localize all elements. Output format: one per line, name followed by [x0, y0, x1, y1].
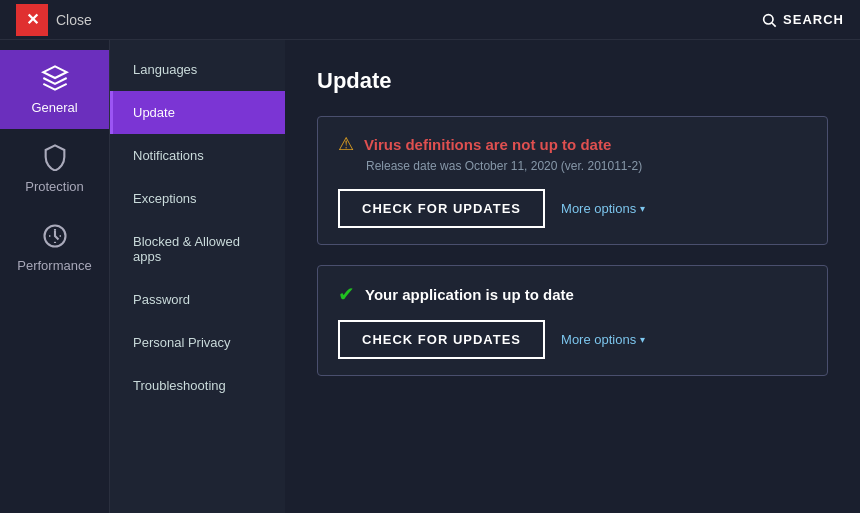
sidebar-item-performance[interactable]: Performance [0, 208, 109, 287]
menu-item-personal-privacy[interactable]: Personal Privacy [110, 321, 285, 364]
menu-item-notifications[interactable]: Notifications [110, 134, 285, 177]
content-area: Update ⚠ Virus definitions are not up to… [285, 40, 860, 513]
protection-icon [41, 143, 69, 171]
svg-line-1 [772, 23, 776, 27]
sidebar-item-protection-label: Protection [25, 179, 84, 194]
svg-point-0 [764, 14, 773, 23]
search-button[interactable]: SEARCH [761, 12, 844, 28]
success-action-row: CHECK FOR UPDATES More options ▾ [338, 320, 807, 359]
menu-item-blocked-allowed[interactable]: Blocked & Allowed apps [110, 220, 285, 278]
topbar: ✕ Close SEARCH [0, 0, 860, 40]
more-options-button-success[interactable]: More options ▾ [561, 332, 645, 347]
close-label: Close [56, 12, 92, 28]
check-updates-button-warning[interactable]: CHECK FOR UPDATES [338, 189, 545, 228]
menu-sidebar: Languages Update Notifications Exception… [110, 40, 285, 513]
success-check-icon: ✔ [338, 282, 355, 306]
warning-triangle-icon: ⚠ [338, 133, 354, 155]
menu-item-update[interactable]: Update [110, 91, 285, 134]
icon-sidebar: General Protection Performance [0, 40, 110, 513]
warning-update-card: ⚠ Virus definitions are not up to date R… [317, 116, 828, 245]
menu-item-troubleshooting[interactable]: Troubleshooting [110, 364, 285, 407]
menu-item-languages[interactable]: Languages [110, 48, 285, 91]
chevron-down-icon-success: ▾ [640, 334, 645, 345]
close-button[interactable]: ✕ [16, 4, 48, 36]
warning-text: Virus definitions are not up to date [364, 136, 611, 153]
warning-header: ⚠ Virus definitions are not up to date [338, 133, 807, 155]
menu-item-password[interactable]: Password [110, 278, 285, 321]
success-update-card: ✔ Your application is up to date CHECK F… [317, 265, 828, 376]
chevron-down-icon-warning: ▾ [640, 203, 645, 214]
performance-icon [41, 222, 69, 250]
topbar-left: ✕ Close [16, 4, 92, 36]
sidebar-item-general-label: General [31, 100, 77, 115]
more-options-label-warning: More options [561, 201, 636, 216]
search-icon [761, 12, 777, 28]
warning-subtext: Release date was October 11, 2020 (ver. … [366, 159, 807, 173]
page-title: Update [317, 68, 828, 94]
success-text: Your application is up to date [365, 286, 574, 303]
menu-item-exceptions[interactable]: Exceptions [110, 177, 285, 220]
main-layout: General Protection Performance Languages… [0, 40, 860, 513]
sidebar-item-protection[interactable]: Protection [0, 129, 109, 208]
success-header: ✔ Your application is up to date [338, 282, 807, 306]
general-icon [41, 64, 69, 92]
sidebar-item-performance-label: Performance [17, 258, 91, 273]
check-updates-button-success[interactable]: CHECK FOR UPDATES [338, 320, 545, 359]
more-options-button-warning[interactable]: More options ▾ [561, 201, 645, 216]
search-label: SEARCH [783, 12, 844, 27]
warning-action-row: CHECK FOR UPDATES More options ▾ [338, 189, 807, 228]
more-options-label-success: More options [561, 332, 636, 347]
sidebar-item-general[interactable]: General [0, 50, 109, 129]
